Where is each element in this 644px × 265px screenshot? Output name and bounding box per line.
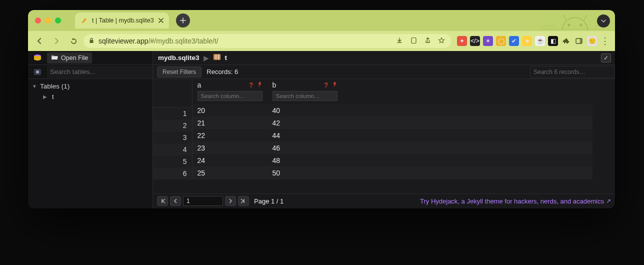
svg-rect-5 bbox=[580, 38, 582, 44]
cell[interactable]: 22 bbox=[192, 129, 268, 142]
reload-button[interactable] bbox=[66, 34, 81, 48]
new-tab-button[interactable] bbox=[176, 14, 190, 28]
extension-icon[interactable]: ◧ bbox=[548, 36, 558, 46]
table-row[interactable]: 2550 bbox=[192, 166, 592, 179]
row-number[interactable]: 1 bbox=[153, 107, 192, 120]
tab-strip: t | Table | mydb.sqlite3 bbox=[28, 10, 615, 31]
pin-icon[interactable] bbox=[332, 81, 338, 89]
forward-button[interactable] bbox=[49, 34, 64, 48]
extension-icon[interactable]: ★ bbox=[522, 36, 532, 46]
omnibox-url: sqliteviewer.app/#/mydb.sqlite3/table/t/ bbox=[98, 37, 390, 45]
pager: Page 1 / 1 Try Hydejack, a Jekyll theme … bbox=[153, 194, 615, 208]
browser-menu-button[interactable]: ⋮ bbox=[599, 36, 611, 46]
browser-tab[interactable]: t | Table | mydb.sqlite3 bbox=[75, 12, 169, 28]
disclosure-triangle-icon[interactable]: ▶ bbox=[43, 94, 49, 100]
cell[interactable]: 44 bbox=[268, 129, 342, 142]
footer-promo-link[interactable]: Try Hydejack, a Jekyll theme for hackers… bbox=[420, 198, 611, 205]
chevron-right-icon: ▶ bbox=[204, 54, 209, 62]
cell[interactable]: 40 bbox=[268, 104, 342, 116]
column-header[interactable]: b ? bbox=[268, 79, 342, 104]
column-type-icon[interactable]: ? bbox=[324, 81, 328, 89]
sidebar: Open File ▼ Tables (1) ▶ t bbox=[28, 51, 153, 208]
reset-filters-label: Reset Filters bbox=[162, 68, 196, 76]
cell[interactable]: 23 bbox=[192, 142, 268, 154]
data-table: a ? b bbox=[192, 79, 592, 180]
url-path: /#/mydb.sqlite3/table/t/ bbox=[148, 37, 218, 45]
window-minimize-button[interactable] bbox=[45, 18, 51, 24]
row-number[interactable]: 2 bbox=[153, 120, 192, 132]
back-button[interactable] bbox=[32, 34, 47, 48]
open-file-button[interactable]: Open File bbox=[47, 52, 92, 64]
search-records-input[interactable] bbox=[530, 66, 615, 78]
confirm-button[interactable]: ✓ bbox=[601, 54, 611, 62]
cell[interactable]: 46 bbox=[268, 142, 342, 154]
first-page-button[interactable] bbox=[157, 196, 168, 206]
extension-icon[interactable]: ✔ bbox=[509, 36, 519, 46]
column-type-icon[interactable]: ? bbox=[249, 81, 254, 89]
table-item[interactable]: ▶ t bbox=[28, 92, 152, 102]
column-search-input[interactable] bbox=[198, 91, 262, 101]
svg-rect-3 bbox=[412, 38, 416, 43]
bookmark-star-icon[interactable] bbox=[436, 37, 446, 46]
table-row[interactable]: 2040 bbox=[192, 104, 592, 116]
chevron-down-icon bbox=[600, 18, 606, 24]
row-number[interactable]: 6 bbox=[153, 168, 192, 180]
share-icon[interactable] bbox=[422, 37, 432, 46]
svg-point-0 bbox=[568, 24, 570, 26]
install-app-icon[interactable] bbox=[394, 37, 404, 46]
column-name: a bbox=[198, 81, 202, 89]
window-close-button[interactable] bbox=[35, 18, 41, 24]
window-fullscreen-button[interactable] bbox=[55, 18, 61, 24]
tables-group[interactable]: ▼ Tables (1) bbox=[28, 81, 152, 92]
last-page-button[interactable] bbox=[238, 196, 249, 206]
side-panel-icon[interactable] bbox=[574, 36, 584, 46]
cell[interactable]: 21 bbox=[192, 116, 268, 129]
cell[interactable]: 25 bbox=[192, 166, 268, 179]
cell[interactable]: 50 bbox=[268, 166, 342, 179]
tables-group-label: Tables (1) bbox=[40, 82, 70, 90]
main: mydb.sqlite3 ▶ t ✓ Reset Filters Records… bbox=[153, 51, 615, 208]
svg-point-8 bbox=[36, 70, 39, 74]
reader-mode-icon[interactable] bbox=[408, 37, 418, 46]
database-thumb-icon[interactable] bbox=[32, 67, 43, 77]
tab-close-button[interactable] bbox=[157, 16, 165, 24]
row-number[interactable]: 3 bbox=[153, 132, 192, 144]
column-search-input[interactable] bbox=[272, 91, 338, 101]
extension-icon[interactable]: </> bbox=[470, 36, 480, 46]
extension-icon[interactable]: ◯ bbox=[496, 36, 506, 46]
pin-icon[interactable] bbox=[256, 81, 262, 89]
open-file-label: Open File bbox=[61, 54, 88, 62]
table-row[interactable]: 2346 bbox=[192, 142, 592, 154]
extensions-puzzle-icon[interactable] bbox=[561, 36, 571, 46]
crumb-table: t bbox=[225, 54, 228, 62]
folder-open-icon bbox=[51, 54, 58, 62]
records-count: Records: 6 bbox=[206, 68, 238, 76]
omnibox[interactable]: sqliteviewer.app/#/mydb.sqlite3/table/t/ bbox=[83, 34, 452, 48]
prev-page-button[interactable] bbox=[170, 196, 181, 206]
data-grid: 1 2 3 4 5 6 a ? bbox=[153, 79, 615, 180]
row-number[interactable]: 5 bbox=[153, 156, 192, 168]
reset-filters-button[interactable]: Reset Filters bbox=[157, 66, 202, 78]
cell[interactable]: 42 bbox=[268, 116, 342, 129]
profile-menu-button[interactable] bbox=[597, 14, 610, 28]
cell[interactable]: 20 bbox=[192, 104, 268, 116]
cell[interactable]: 24 bbox=[192, 154, 268, 166]
profile-avatar-icon[interactable]: 🙂 bbox=[587, 36, 597, 46]
table-row[interactable]: 2142 bbox=[192, 116, 592, 129]
column-name: b bbox=[272, 81, 276, 89]
app-logo-icon bbox=[32, 53, 43, 63]
toolbar: Reset Filters Records: 6 bbox=[153, 65, 615, 79]
cell[interactable]: 48 bbox=[268, 154, 342, 166]
extension-icon[interactable]: ✶ bbox=[483, 36, 493, 46]
extension-icon[interactable]: ☕ bbox=[535, 36, 545, 46]
window-traffic-lights bbox=[35, 18, 61, 24]
table-row[interactable]: 2448 bbox=[192, 154, 592, 166]
page-input[interactable] bbox=[183, 196, 223, 206]
extension-icon[interactable]: ✦ bbox=[457, 36, 467, 46]
row-number[interactable]: 4 bbox=[153, 144, 192, 156]
disclosure-triangle-icon[interactable]: ▼ bbox=[32, 84, 38, 89]
search-tables-input[interactable] bbox=[47, 66, 152, 78]
column-header[interactable]: a ? bbox=[192, 79, 268, 104]
table-row[interactable]: 2244 bbox=[192, 129, 592, 142]
next-page-button[interactable] bbox=[225, 196, 236, 206]
